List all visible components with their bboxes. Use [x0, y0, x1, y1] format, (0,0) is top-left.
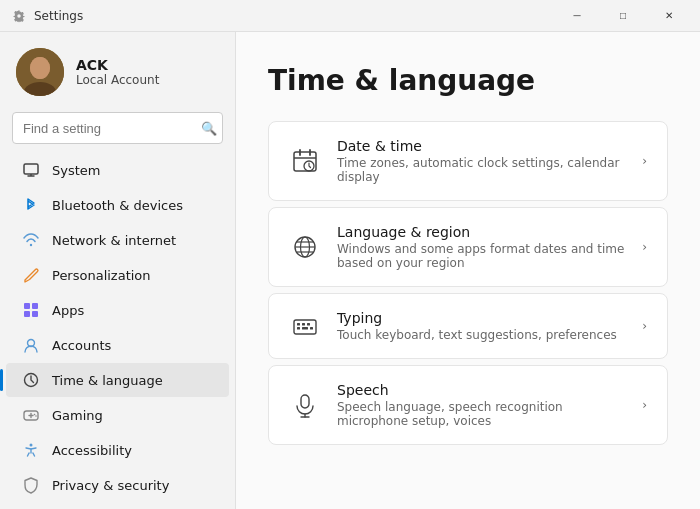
- page-title: Time & language: [268, 64, 668, 97]
- sidebar-nav: System Bluetooth & devices: [0, 152, 235, 509]
- sidebar-item-accounts[interactable]: Accounts: [6, 328, 229, 362]
- sidebar-item-personalization-label: Personalization: [52, 268, 151, 283]
- maximize-button[interactable]: □: [600, 0, 646, 32]
- date-time-text: Date & time Time zones, automatic clock …: [337, 138, 634, 184]
- sidebar: ACK Local Account 🔍 System: [0, 32, 235, 509]
- speech-title: Speech: [337, 382, 634, 398]
- sidebar-item-system[interactable]: System: [6, 153, 229, 187]
- date-time-icon: [289, 145, 321, 177]
- speech-desc: Speech language, speech recognition micr…: [337, 400, 634, 428]
- svg-point-7: [30, 244, 32, 246]
- date-time-chevron: ›: [642, 154, 647, 168]
- svg-point-18: [35, 415, 37, 417]
- sidebar-item-accounts-label: Accounts: [52, 338, 111, 353]
- sidebar-item-accessibility-label: Accessibility: [52, 443, 132, 458]
- sidebar-item-accessibility[interactable]: Accessibility: [6, 433, 229, 467]
- svg-rect-35: [302, 327, 308, 330]
- setting-card-typing[interactable]: Typing Touch keyboard, text suggestions,…: [268, 293, 668, 359]
- svg-rect-32: [302, 323, 305, 326]
- svg-rect-37: [301, 395, 309, 408]
- svg-rect-9: [32, 303, 38, 309]
- sidebar-item-network-label: Network & internet: [52, 233, 176, 248]
- user-info: ACK Local Account: [76, 57, 159, 87]
- svg-rect-8: [24, 303, 30, 309]
- title-bar: Settings ─ □ ✕: [0, 0, 700, 32]
- accessibility-icon: [22, 441, 40, 459]
- language-region-text: Language & region Windows and some apps …: [337, 224, 634, 270]
- title-bar-title: Settings: [34, 9, 83, 23]
- user-name: ACK: [76, 57, 159, 73]
- svg-point-17: [34, 414, 36, 416]
- date-time-desc: Time zones, automatic clock settings, ca…: [337, 156, 634, 184]
- search-input[interactable]: [12, 112, 223, 144]
- sidebar-item-apps-label: Apps: [52, 303, 84, 318]
- setting-card-date-time[interactable]: Date & time Time zones, automatic clock …: [268, 121, 668, 201]
- svg-rect-11: [32, 311, 38, 317]
- svg-point-3: [30, 57, 50, 79]
- gaming-icon: [22, 406, 40, 424]
- speech-text: Speech Speech language, speech recogniti…: [337, 382, 634, 428]
- typing-desc: Touch keyboard, text suggestions, prefer…: [337, 328, 634, 342]
- minimize-button[interactable]: ─: [554, 0, 600, 32]
- setting-card-language-region[interactable]: Language & region Windows and some apps …: [268, 207, 668, 287]
- svg-rect-10: [24, 311, 30, 317]
- sidebar-item-apps[interactable]: Apps: [6, 293, 229, 327]
- app-container: ACK Local Account 🔍 System: [0, 32, 700, 509]
- time-language-icon: [22, 371, 40, 389]
- sidebar-item-privacy[interactable]: Privacy & security: [6, 468, 229, 502]
- svg-rect-4: [24, 164, 38, 174]
- network-icon: [22, 231, 40, 249]
- typing-chevron: ›: [642, 319, 647, 333]
- language-region-icon: [289, 231, 321, 263]
- date-time-title: Date & time: [337, 138, 634, 154]
- sidebar-item-personalization[interactable]: Personalization: [6, 258, 229, 292]
- language-region-title: Language & region: [337, 224, 634, 240]
- language-region-chevron: ›: [642, 240, 647, 254]
- apps-icon: [22, 301, 40, 319]
- typing-icon: [289, 310, 321, 342]
- svg-point-19: [30, 444, 33, 447]
- user-profile[interactable]: ACK Local Account: [0, 36, 235, 112]
- personalization-icon: [22, 266, 40, 284]
- speech-chevron: ›: [642, 398, 647, 412]
- user-account-type: Local Account: [76, 73, 159, 87]
- close-button[interactable]: ✕: [646, 0, 692, 32]
- sidebar-item-bluetooth[interactable]: Bluetooth & devices: [6, 188, 229, 222]
- accounts-icon: [22, 336, 40, 354]
- svg-rect-31: [297, 323, 300, 326]
- sidebar-item-time-language[interactable]: Time & language: [6, 363, 229, 397]
- sidebar-item-time-language-label: Time & language: [52, 373, 163, 388]
- svg-rect-36: [310, 327, 313, 330]
- sidebar-item-gaming[interactable]: Gaming: [6, 398, 229, 432]
- svg-rect-33: [307, 323, 310, 326]
- sidebar-item-privacy-label: Privacy & security: [52, 478, 169, 493]
- language-region-desc: Windows and some apps format dates and t…: [337, 242, 634, 270]
- setting-card-speech[interactable]: Speech Speech language, speech recogniti…: [268, 365, 668, 445]
- search-box: 🔍: [12, 112, 223, 144]
- bluetooth-icon: [22, 196, 40, 214]
- sidebar-item-windows-update[interactable]: Windows Update: [6, 503, 229, 509]
- avatar: [16, 48, 64, 96]
- content-area: Time & language Date & time Time zones, …: [235, 32, 700, 509]
- sidebar-item-network[interactable]: Network & internet: [6, 223, 229, 257]
- sidebar-item-gaming-label: Gaming: [52, 408, 103, 423]
- sidebar-item-system-label: System: [52, 163, 100, 178]
- settings-app-icon: [12, 9, 26, 23]
- search-icon[interactable]: 🔍: [201, 122, 217, 135]
- privacy-icon: [22, 476, 40, 494]
- system-icon: [22, 161, 40, 179]
- speech-icon: [289, 389, 321, 421]
- typing-text: Typing Touch keyboard, text suggestions,…: [337, 310, 634, 342]
- sidebar-item-bluetooth-label: Bluetooth & devices: [52, 198, 183, 213]
- title-bar-left: Settings: [12, 9, 83, 23]
- svg-rect-34: [297, 327, 300, 330]
- typing-title: Typing: [337, 310, 634, 326]
- window-controls: ─ □ ✕: [554, 0, 692, 32]
